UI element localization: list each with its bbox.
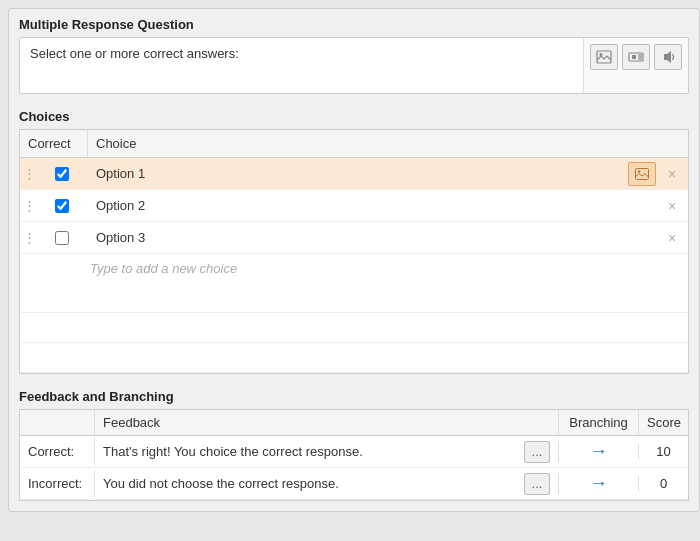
svg-rect-0: [597, 51, 611, 63]
fb-incorrect-text: You did not choose the correct response.: [95, 470, 524, 497]
svg-marker-7: [664, 51, 671, 63]
fb-correct-score: 10: [638, 444, 688, 459]
svg-rect-3: [632, 55, 636, 59]
drag-handle-icon[interactable]: ⋮: [20, 166, 36, 181]
add-choice-input[interactable]: Type to add a new choice: [20, 254, 688, 283]
choice-row: ⋮ Option 3 ×: [20, 222, 688, 254]
fb-correct-label: Correct:: [20, 438, 95, 465]
branching-arrow-icon: →: [590, 473, 608, 494]
fb-incorrect-score: 0: [638, 476, 688, 491]
fb-col-empty: [20, 410, 95, 435]
checkbox-option2[interactable]: [55, 199, 69, 213]
empty-row: [20, 283, 688, 313]
empty-row: [20, 343, 688, 373]
choice-row: ⋮ Option 2 ×: [20, 190, 688, 222]
media-toolbar-button[interactable]: [622, 44, 650, 70]
choice-image-button-1[interactable]: [628, 162, 656, 186]
main-container: Multiple Response Question Select one or…: [8, 8, 700, 512]
choice-row: ⋮ Option 1 ×: [20, 158, 688, 190]
fb-correct-text: That's right! You choice the correct res…: [95, 438, 524, 465]
choice-label-3: Option 3: [88, 226, 660, 249]
question-toolbar: [583, 38, 688, 93]
fb-correct-branching-button[interactable]: →: [558, 441, 638, 462]
page-title: Multiple Response Question: [9, 9, 699, 37]
choice-label-1: Option 1: [88, 162, 628, 185]
choice-label-2: Option 2: [88, 194, 660, 217]
choices-title: Choices: [19, 104, 689, 129]
feedback-section: Feedback and Branching Feedback Branchin…: [19, 384, 689, 501]
choices-section: Choices Correct Choice ⋮ Option 1: [19, 104, 689, 374]
svg-point-9: [638, 170, 640, 172]
choices-header: Correct Choice: [20, 130, 688, 158]
choices-table: Correct Choice ⋮ Option 1 ×: [19, 129, 689, 374]
correct-checkbox-2[interactable]: [36, 199, 88, 213]
question-area: Select one or more correct answers:: [19, 37, 689, 94]
fb-correct-more-button[interactable]: ...: [524, 441, 550, 463]
feedback-row-incorrect: Incorrect: You did not choose the correc…: [20, 468, 688, 500]
fb-incorrect-branching-button[interactable]: →: [558, 473, 638, 494]
checkbox-option3[interactable]: [55, 231, 69, 245]
empty-row: [20, 313, 688, 343]
branching-arrow-icon: →: [590, 441, 608, 462]
feedback-title: Feedback and Branching: [19, 384, 689, 409]
fb-col-score-label: Score: [638, 410, 688, 435]
image-toolbar-button[interactable]: [590, 44, 618, 70]
audio-toolbar-button[interactable]: [654, 44, 682, 70]
drag-handle-icon[interactable]: ⋮: [20, 230, 36, 245]
choice-delete-button-3[interactable]: ×: [660, 230, 684, 246]
checkbox-option1[interactable]: [55, 167, 69, 181]
fb-incorrect-more-button[interactable]: ...: [524, 473, 550, 495]
feedback-table: Feedback Branching Score Correct: That's…: [19, 409, 689, 501]
drag-handle-icon[interactable]: ⋮: [20, 198, 36, 213]
choice-delete-button-2[interactable]: ×: [660, 198, 684, 214]
correct-checkbox-1[interactable]: [36, 167, 88, 181]
choice-delete-button-1[interactable]: ×: [660, 166, 684, 182]
fb-incorrect-label: Incorrect:: [20, 470, 95, 497]
svg-rect-8: [636, 168, 649, 179]
fb-col-feedback-label: Feedback: [95, 410, 558, 435]
question-text: Select one or more correct answers:: [20, 38, 583, 93]
feedback-row-correct: Correct: That's right! You choice the co…: [20, 436, 688, 468]
fb-col-branching-label: Branching: [558, 410, 638, 435]
choices-col-correct: Correct: [20, 130, 88, 157]
choices-col-choice: Choice: [88, 130, 688, 157]
feedback-header: Feedback Branching Score: [20, 410, 688, 436]
correct-checkbox-3[interactable]: [36, 231, 88, 245]
empty-area: [20, 283, 688, 373]
